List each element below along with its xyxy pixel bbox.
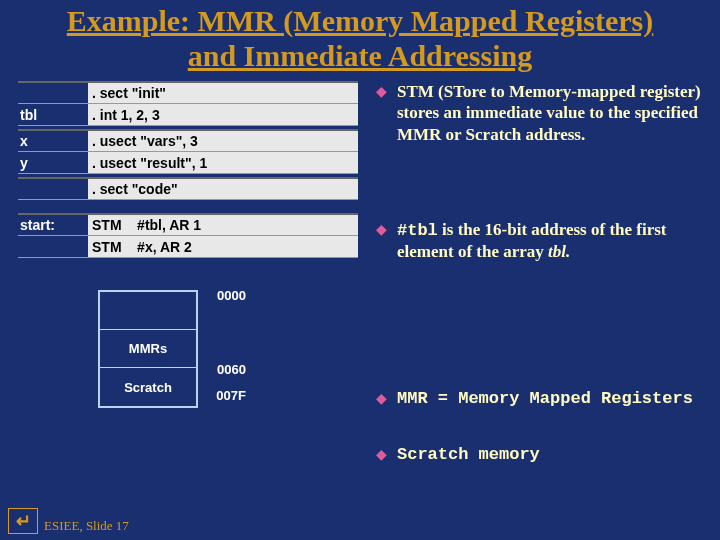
code-block-code: . sect "code" [18, 177, 358, 200]
footer: ↵ ESIEE, Slide 17 [8, 508, 129, 534]
code-label [18, 236, 88, 257]
code-label: start: [18, 215, 88, 235]
code-label [18, 83, 88, 103]
return-icon[interactable]: ↵ [8, 508, 38, 534]
code-text: . int 1, 2, 3 [88, 104, 358, 125]
right-column: ◆ STM (STore to Memory-mapped register) … [376, 81, 702, 408]
code-text: . usect "result", 1 [88, 152, 358, 173]
diamond-icon: ◆ [376, 388, 387, 410]
code-block-vars: x . usect "vars", 3 y . usect "result", … [18, 129, 358, 174]
left-column: . sect "init" tbl . int 1, 2, 3 x . usec… [18, 81, 358, 408]
code-label: tbl [18, 104, 88, 125]
bullet-tbl: ◆ #tbl is the 16-bit address of the firs… [376, 219, 702, 263]
lower-bullets: ◆ MMR = Memory Mapped Registers ◆ Scratc… [376, 388, 693, 500]
code-text: . usect "vars", 3 [88, 131, 358, 151]
bullet-text: Scratch memory [397, 444, 540, 466]
code-label [18, 179, 88, 199]
bullet-mmr: ◆ MMR = Memory Mapped Registers [376, 388, 693, 410]
slide-title: Example: MMR (Memory Mapped Registers) a… [0, 0, 720, 81]
mem-addr: 0000 [196, 288, 246, 303]
diamond-icon: ◆ [376, 219, 387, 263]
code-block-start: start: STM #tbl, AR 1 STM #x, AR 2 [18, 213, 358, 258]
code-label: x [18, 131, 88, 151]
code-block-init: . sect "init" tbl . int 1, 2, 3 [18, 81, 358, 126]
memory-map: 0000 0060 007F MMRs Scratch [98, 290, 358, 408]
content-area: . sect "init" tbl . int 1, 2, 3 x . usec… [0, 81, 720, 408]
code-text: . sect "init" [88, 83, 358, 103]
slide-number: ESIEE, Slide 17 [44, 518, 129, 534]
mem-cell-mmrs: MMRs [100, 330, 196, 368]
mem-cell-empty [100, 292, 196, 330]
diamond-icon: ◆ [376, 81, 387, 145]
code-label: y [18, 152, 88, 173]
mem-addr: 007F [196, 388, 246, 403]
mem-cell-scratch: Scratch [100, 368, 196, 406]
bullet-scratch: ◆ Scratch memory [376, 444, 693, 466]
code-text: STM #tbl, AR 1 [88, 215, 358, 235]
mem-addr: 0060 [196, 362, 246, 377]
bullet-text: #tbl is the 16-bit address of the first … [397, 219, 702, 263]
bullet-stm: ◆ STM (STore to Memory-mapped register) … [376, 81, 702, 145]
code-text: . sect "code" [88, 179, 358, 199]
code-text: STM #x, AR 2 [88, 236, 358, 257]
diamond-icon: ◆ [376, 444, 387, 466]
bullet-text: MMR = Memory Mapped Registers [397, 388, 693, 410]
bullet-text: STM (STore to Memory-mapped register) st… [397, 81, 702, 145]
